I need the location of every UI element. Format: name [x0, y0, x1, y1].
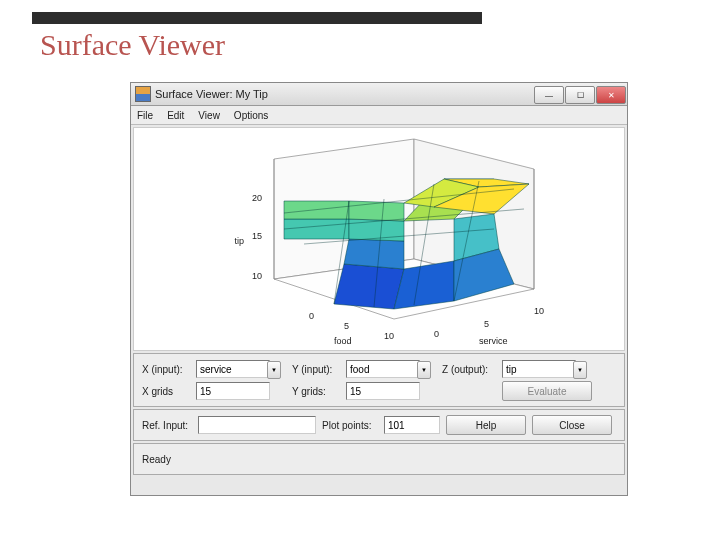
y-input-label: Y (input):: [292, 364, 340, 375]
x-input-label: X (input):: [142, 364, 190, 375]
app-icon: [135, 86, 151, 102]
z-tick-0: 10: [252, 271, 262, 281]
close-window-button[interactable]: ✕: [596, 86, 626, 104]
svg-marker-8: [284, 219, 349, 239]
svg-marker-11: [349, 201, 404, 221]
y-tick-1: 5: [484, 319, 489, 329]
status-text: Ready: [142, 454, 616, 465]
surface-viewer-window: Surface Viewer: My Tip — ☐ ✕ File Edit V…: [130, 82, 628, 496]
chevron-down-icon[interactable]: ▼: [573, 361, 587, 379]
surface-plot[interactable]: 10 15 20 tip 0 5 10 food 0 5 10 service: [133, 127, 625, 351]
y-tick-0: 0: [434, 329, 439, 339]
z-output-label: Z (output):: [442, 364, 496, 375]
chevron-down-icon[interactable]: ▼: [417, 361, 431, 379]
status-panel: Ready: [133, 443, 625, 475]
z-label: tip: [234, 236, 244, 246]
plot-points-label: Plot points:: [322, 420, 378, 431]
menu-options[interactable]: Options: [234, 110, 268, 121]
menu-view[interactable]: View: [198, 110, 220, 121]
x-grids-label: X grids: [142, 386, 190, 397]
x-tick-0: 0: [309, 311, 314, 321]
ref-panel: Ref. Input: Plot points: 101 Help Close: [133, 409, 625, 441]
svg-marker-7: [344, 239, 404, 269]
chevron-down-icon[interactable]: ▼: [267, 361, 281, 379]
y-grids-value: 15: [350, 386, 361, 397]
x-input-value: service: [200, 364, 232, 375]
help-button[interactable]: Help: [446, 415, 526, 435]
svg-marker-9: [349, 219, 404, 241]
ref-input-label: Ref. Input:: [142, 420, 192, 431]
ref-input[interactable]: [198, 416, 316, 434]
y-input-value: food: [350, 364, 369, 375]
accent-bar: [32, 12, 482, 24]
menubar: File Edit View Options: [131, 106, 627, 125]
window-title: Surface Viewer: My Tip: [155, 88, 534, 100]
surface-svg: 10 15 20 tip 0 5 10 food 0 5 10 service: [134, 128, 624, 350]
minimize-button[interactable]: —: [534, 86, 564, 104]
y-grids-input[interactable]: 15: [346, 382, 420, 400]
plot-points-value: 101: [388, 420, 405, 431]
z-output-value: tip: [506, 364, 517, 375]
window-controls: — ☐ ✕: [534, 85, 627, 103]
x-label: food: [334, 336, 352, 346]
io-panel: X (input): service ▼ Y (input): food ▼ Z…: [133, 353, 625, 407]
evaluate-button[interactable]: Evaluate: [502, 381, 592, 401]
y-input-select[interactable]: food ▼: [346, 360, 420, 378]
y-tick-2: 10: [534, 306, 544, 316]
x-tick-2: 10: [384, 331, 394, 341]
x-input-select[interactable]: service ▼: [196, 360, 270, 378]
z-output-select[interactable]: tip ▼: [502, 360, 576, 378]
x-grids-input[interactable]: 15: [196, 382, 270, 400]
z-tick-1: 15: [252, 231, 262, 241]
close-button[interactable]: Close: [532, 415, 612, 435]
plot-points-input[interactable]: 101: [384, 416, 440, 434]
svg-marker-5: [334, 264, 404, 309]
y-grids-label: Y grids:: [292, 386, 340, 397]
titlebar[interactable]: Surface Viewer: My Tip — ☐ ✕: [131, 83, 627, 106]
menu-edit[interactable]: Edit: [167, 110, 184, 121]
slide-title: Surface Viewer: [40, 28, 225, 62]
y-label: service: [479, 336, 508, 346]
x-tick-1: 5: [344, 321, 349, 331]
svg-marker-10: [284, 201, 349, 219]
z-tick-2: 20: [252, 193, 262, 203]
x-grids-value: 15: [200, 386, 211, 397]
maximize-button[interactable]: ☐: [565, 86, 595, 104]
menu-file[interactable]: File: [137, 110, 153, 121]
